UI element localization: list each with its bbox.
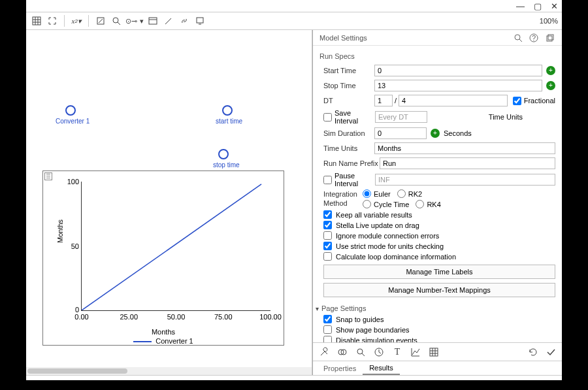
- time-units-inline-label: Time Units: [489, 113, 523, 121]
- start-time-plus-icon[interactable]: +: [546, 66, 555, 75]
- dt-num-input[interactable]: [374, 95, 393, 106]
- chart-plot-area: 100 50 0 0.00 25.00 50.00 75.00 100.00: [81, 182, 270, 311]
- time-units-input[interactable]: [374, 142, 555, 154]
- node-converter1[interactable]: [65, 105, 76, 116]
- radio-rk2[interactable]: RK2: [397, 189, 422, 198]
- run-name-prefix-label: Run Name Prefix: [323, 159, 380, 167]
- table-icon[interactable]: [427, 345, 441, 359]
- radio-rk4[interactable]: RK4: [416, 200, 440, 208]
- help-icon[interactable]: ?: [528, 32, 540, 44]
- panel-title: Model Settings: [319, 34, 367, 42]
- undo-icon[interactable]: [525, 345, 540, 359]
- integration-method-label: Integration Method: [323, 189, 363, 208]
- zoom-icon[interactable]: [353, 345, 368, 359]
- run-specs-title: Run Specs: [319, 52, 555, 60]
- page-settings-disclosure[interactable]: Page Settings: [316, 304, 555, 312]
- svg-line-14: [519, 39, 522, 42]
- node-converter1-label: Converter 1: [56, 118, 90, 125]
- keep-all-checkbox[interactable]: Keep all variable results: [323, 210, 555, 219]
- snap-guides-checkbox[interactable]: Snap to guides: [323, 315, 555, 323]
- close-button[interactable]: ✕: [551, 1, 558, 11]
- sim-duration-input[interactable]: [374, 127, 427, 139]
- chart-series-line: [82, 182, 270, 310]
- svg-text:?: ?: [532, 34, 536, 42]
- dt-den-input[interactable]: [399, 95, 508, 106]
- manage-number-text-button[interactable]: Manage Number-Text Mappings: [323, 283, 555, 297]
- popout-icon[interactable]: [544, 32, 555, 44]
- chart-icon[interactable]: [408, 345, 423, 359]
- page-boundaries-checkbox[interactable]: Show page boundaries: [323, 325, 555, 334]
- panel-header: Model Settings ?: [313, 30, 562, 46]
- sim-duration-unit: Seconds: [444, 129, 472, 137]
- radio-cycle-time[interactable]: Cycle Time: [363, 200, 409, 208]
- sim-duration-plus-icon[interactable]: +: [431, 129, 440, 138]
- statusbar: [26, 375, 562, 380]
- disable-sim-events-checkbox[interactable]: Disable simulation events: [323, 336, 555, 342]
- start-time-input[interactable]: [374, 65, 542, 76]
- tab-properties[interactable]: Properties: [317, 363, 363, 374]
- manage-time-labels-button[interactable]: Manage Time Labels: [323, 265, 555, 279]
- canvas-horizontal-scrollbar[interactable]: [26, 367, 312, 375]
- grid-icon[interactable]: [30, 14, 43, 27]
- edit-icon[interactable]: [94, 14, 107, 27]
- svg-rect-8: [149, 18, 157, 24]
- link-icon[interactable]: [178, 14, 191, 27]
- node-start-time[interactable]: [222, 105, 233, 116]
- svg-rect-10: [197, 18, 203, 23]
- svg-line-7: [118, 22, 120, 25]
- chart-frame[interactable]: 100 50 0 0.00 25.00 50.00 75.00 100.00 M…: [42, 171, 284, 346]
- monitor-icon[interactable]: [193, 14, 206, 27]
- y-axis-label: Months: [56, 219, 64, 243]
- run-name-prefix-input[interactable]: [380, 157, 555, 169]
- wrench-icon[interactable]: [317, 345, 331, 359]
- flow-icon[interactable]: ⊙⊸ ▾: [125, 14, 144, 27]
- start-time-label: Start Time: [323, 67, 374, 74]
- node-stop-time[interactable]: [218, 149, 229, 159]
- clock-icon[interactable]: [372, 345, 386, 359]
- minimize-button[interactable]: —: [516, 1, 525, 11]
- x-axis-label: Months: [43, 328, 284, 336]
- sim-duration-label: Sim Duration: [323, 129, 374, 137]
- overlap-icon[interactable]: [335, 345, 350, 359]
- svg-point-6: [113, 18, 118, 23]
- maximize-button[interactable]: ▢: [534, 1, 542, 11]
- ignore-module-checkbox[interactable]: Ignore module connection errors: [323, 231, 555, 240]
- stop-time-input[interactable]: [374, 80, 542, 91]
- svg-rect-17: [547, 36, 552, 41]
- main-area: Converter 1 start time stop time 100 50 …: [26, 30, 562, 375]
- fractional-checkbox[interactable]: [513, 97, 521, 105]
- equation-icon[interactable]: x2 ▾: [70, 14, 83, 27]
- strict-units-checkbox[interactable]: Use strict mode for units checking: [323, 242, 555, 250]
- brush-icon[interactable]: [162, 14, 175, 27]
- pause-interval-checkbox[interactable]: [323, 176, 332, 184]
- node-stop-time-label: stop time: [213, 161, 240, 169]
- tab-results[interactable]: Results: [363, 362, 400, 375]
- ytick-50: 50: [71, 242, 79, 250]
- save-interval-checkbox[interactable]: [323, 113, 332, 122]
- loop-dominance-checkbox[interactable]: Calculate loop dominance information: [323, 252, 555, 261]
- window-icon[interactable]: [146, 14, 159, 27]
- model-canvas[interactable]: Converter 1 start time stop time 100 50 …: [26, 30, 312, 375]
- text-icon[interactable]: T: [390, 345, 404, 359]
- xtick-50: 50.00: [167, 313, 186, 321]
- confirm-icon[interactable]: [544, 345, 558, 359]
- magnify-icon[interactable]: [110, 14, 123, 27]
- stop-time-plus-icon[interactable]: +: [546, 81, 555, 90]
- titlebar: — ▢ ✕: [26, 0, 562, 12]
- live-update-checkbox[interactable]: Stella Live update on drag: [323, 221, 555, 229]
- chart-legend: Converter 1: [43, 337, 284, 345]
- radio-euler[interactable]: Euler: [363, 189, 391, 198]
- panel-body[interactable]: Run Specs Start Time + Stop Time + DT /: [313, 46, 562, 342]
- zoom-level[interactable]: 100%: [540, 17, 558, 25]
- xtick-25: 25.00: [120, 313, 138, 321]
- svg-line-12: [82, 184, 261, 310]
- panel-tabs: Properties Results: [313, 361, 562, 375]
- expand-icon[interactable]: [46, 14, 59, 27]
- time-units-label: Time Units: [323, 144, 374, 152]
- svg-point-21: [357, 349, 363, 354]
- search-icon[interactable]: [512, 32, 524, 44]
- svg-rect-18: [548, 35, 553, 40]
- chart-menu-icon[interactable]: [44, 172, 52, 180]
- stop-time-label: Stop Time: [323, 82, 374, 89]
- save-interval-input: [375, 111, 427, 123]
